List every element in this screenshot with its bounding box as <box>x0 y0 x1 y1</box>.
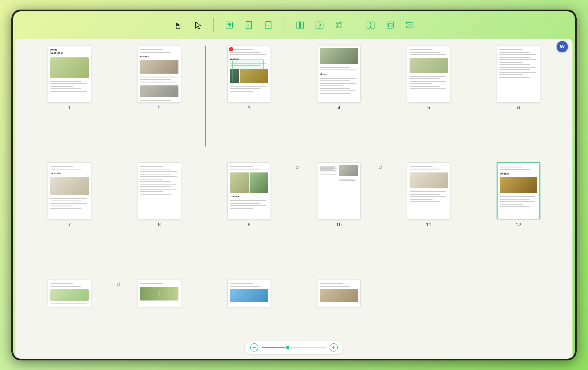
page-thumb-12[interactable]: Windows <box>497 163 540 219</box>
separator-3 <box>355 18 355 32</box>
svg-rect-9 <box>367 22 370 28</box>
zoom-slider-fill <box>262 347 288 348</box>
page-container-6: 6 <box>478 46 559 156</box>
page-thumb-9[interactable]: Cafeteria <box>227 163 271 219</box>
zoom-slider[interactable] <box>262 347 326 348</box>
page-1-title: HomeDecoration <box>50 48 89 55</box>
page-container-10: ↺ ↻ <box>299 163 379 272</box>
page-thumb-13[interactable] <box>48 279 91 307</box>
word-icon-label: W <box>560 44 565 50</box>
page-number-9: 9 <box>248 222 251 228</box>
page-container-13 <box>29 279 110 352</box>
page-container-2: Fireplace <box>119 46 200 156</box>
page-container-5: 5 <box>388 46 469 156</box>
page-14-text: Green P <box>158 291 160 297</box>
page-container-9: Cafeteria 9 <box>209 163 289 272</box>
page-thumb-15[interactable] <box>227 279 271 307</box>
page-thumb-1[interactable]: HomeDecoration <box>48 46 91 103</box>
page-container-1: HomeDecoration 1 <box>29 46 110 156</box>
zoom-bar: − + <box>244 341 344 354</box>
page-12-section: Windows <box>500 173 537 175</box>
fit-tool[interactable] <box>384 19 397 31</box>
active-indicator <box>205 46 206 146</box>
page-9-section: Cafeteria <box>230 195 268 198</box>
page-thumb-7[interactable]: Verandahs <box>48 163 91 219</box>
page-number-2: 2 <box>158 105 161 111</box>
add-page-tool[interactable] <box>242 19 255 31</box>
page-thumb-11[interactable] <box>407 163 450 219</box>
page-thumb-3[interactable]: 1 Windows <box>227 46 271 103</box>
page-number-8: 8 <box>158 222 161 228</box>
svg-rect-8 <box>337 23 341 27</box>
zoom-slider-thumb[interactable] <box>285 345 290 350</box>
page-number-6: 6 <box>517 105 520 111</box>
rotate-arrow-14: ↺ <box>117 282 121 288</box>
svg-rect-14 <box>407 26 413 28</box>
page-number-7: 7 <box>68 222 71 228</box>
link-tool[interactable] <box>223 19 236 31</box>
main-area: W HomeDecoration <box>15 39 573 359</box>
svg-rect-0 <box>226 22 232 28</box>
page-number-4: 4 <box>337 105 340 111</box>
zoom-in-button[interactable]: + <box>330 343 338 351</box>
separator-2 <box>284 18 284 32</box>
svg-rect-3 <box>296 22 300 28</box>
svg-rect-10 <box>371 22 374 28</box>
rotate-arrow-right-10: ↺ <box>378 164 383 171</box>
rotate-arrow-left-10: ↻ <box>295 164 300 171</box>
delete-page-tool[interactable] <box>262 19 275 31</box>
device-frame: W HomeDecoration <box>11 10 577 360</box>
select-tool[interactable] <box>191 19 204 31</box>
svg-rect-12 <box>388 23 392 27</box>
page-thumb-8[interactable] <box>138 163 181 219</box>
page-2-section: Fireplace <box>140 55 178 58</box>
page-number-11: 11 <box>426 222 431 228</box>
zoom-out-button[interactable]: − <box>250 343 258 351</box>
page-number-12: 12 <box>516 222 521 228</box>
word-icon[interactable]: W <box>556 41 568 52</box>
page-7-section: Verandahs <box>50 172 89 175</box>
page-container-11: 11 <box>388 163 469 272</box>
extract-tool[interactable] <box>294 19 306 31</box>
page-thumb-5[interactable] <box>407 46 450 103</box>
page-3-section: Windows <box>230 58 268 60</box>
page-1-lines <box>50 81 89 92</box>
page-container-3: 1 Windows <box>209 46 289 156</box>
hand-tool[interactable] <box>172 19 185 31</box>
svg-rect-13 <box>407 22 413 24</box>
page-thumb-4[interactable]: Kitchen <box>317 46 361 103</box>
crop-tool[interactable] <box>333 19 346 31</box>
svg-rect-11 <box>387 22 393 28</box>
page-thumb-6[interactable] <box>497 46 540 103</box>
page-number-5: 5 <box>427 105 430 111</box>
page-4-section: Kitchen <box>320 73 358 75</box>
page-thumb-10[interactable] <box>317 163 361 219</box>
page-container-7: Verandahs 7 <box>29 163 110 272</box>
page-thumb-2[interactable]: Fireplace <box>138 46 181 103</box>
page-container-8: 8 <box>119 163 200 272</box>
replace-tool[interactable] <box>313 19 326 31</box>
separator-1 <box>213 18 214 32</box>
page-3-badge: 1 <box>229 47 233 51</box>
page-container-4: Kitchen 4 <box>299 46 379 156</box>
page-number-3: 3 <box>248 105 251 111</box>
page-number-10: 10 <box>336 222 342 228</box>
page-thumb-14[interactable]: Green P <box>138 279 181 307</box>
page-container-12: Windows 12 <box>478 163 559 272</box>
page-number-1: 1 <box>68 105 71 111</box>
page-thumb-16[interactable] <box>317 279 361 307</box>
align-tool[interactable] <box>403 19 416 31</box>
split-tool[interactable] <box>364 19 377 31</box>
pages-grid: HomeDecoration 1 <box>15 39 573 359</box>
toolbar <box>13 11 575 39</box>
page-container-14: ↺ Green P <box>119 279 200 352</box>
